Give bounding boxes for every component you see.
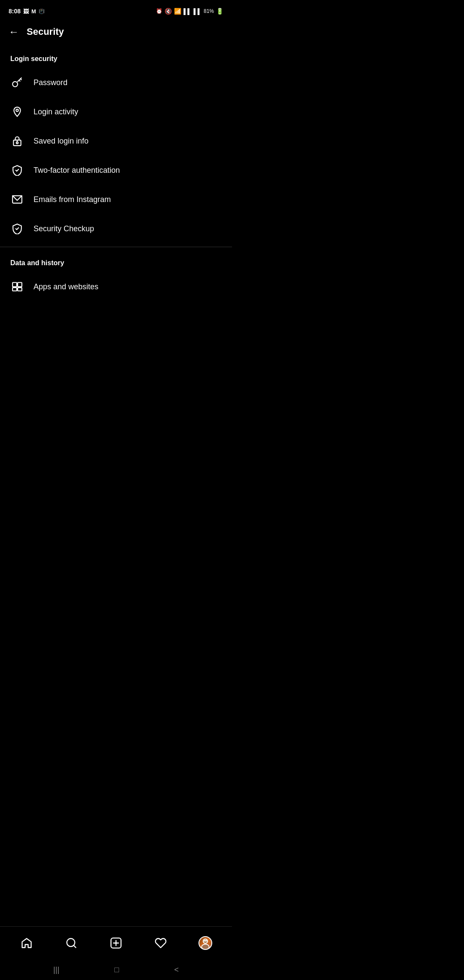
svg-rect-5	[12, 282, 17, 287]
emails-label: Emails from Instagram	[34, 195, 111, 204]
login-activity-label: Login activity	[34, 107, 78, 116]
svg-rect-8	[18, 288, 22, 291]
data-history-section: Data and history Apps and websites	[0, 251, 232, 301]
password-label: Password	[34, 78, 67, 87]
status-right: ⏰ 🔇 📶 ▌▌ ▌▌ 81% 🔋	[156, 8, 223, 15]
data-history-label: Data and history	[0, 251, 232, 272]
gallery-icon: 🖼	[23, 8, 29, 15]
envelope-icon	[10, 193, 24, 206]
saved-login-label: Saved login info	[34, 137, 89, 146]
page-title: Security	[27, 26, 64, 37]
saved-login-item[interactable]: Saved login info	[0, 126, 232, 156]
key-icon	[10, 76, 24, 89]
svg-rect-7	[12, 288, 17, 291]
location-pin-icon	[10, 105, 24, 119]
emails-item[interactable]: Emails from Instagram	[0, 185, 232, 214]
security-checkup-item[interactable]: Security Checkup	[0, 214, 232, 243]
svg-rect-6	[18, 282, 22, 287]
apps-icon	[10, 280, 24, 294]
login-security-section: Login security Password Login activity	[0, 46, 232, 243]
wifi-icon: 📶	[174, 8, 181, 15]
status-left: 8:08 🖼 M 📳	[9, 8, 45, 15]
signal-icon: ▌▌	[183, 8, 191, 15]
mute-icon: 🔇	[165, 8, 172, 15]
svg-point-0	[12, 82, 18, 87]
back-button[interactable]: ←	[9, 26, 19, 38]
apps-websites-label: Apps and websites	[34, 282, 98, 291]
signal2-icon: ▌▌	[194, 8, 201, 15]
password-item[interactable]: Password	[0, 68, 232, 97]
login-activity-item[interactable]: Login activity	[0, 97, 232, 126]
voicemail-icon: 📳	[39, 9, 45, 14]
battery-icon: 🔋	[216, 8, 223, 15]
alarm-icon: ⏰	[156, 8, 162, 14]
two-factor-item[interactable]: Two-factor authentication	[0, 156, 232, 185]
shield-check-icon	[10, 163, 24, 177]
battery-text: 81%	[204, 8, 214, 14]
apps-websites-item[interactable]: Apps and websites	[0, 272, 232, 301]
header: ← Security	[0, 21, 232, 46]
security-checkup-label: Security Checkup	[34, 224, 94, 233]
status-bar: 8:08 🖼 M 📳 ⏰ 🔇 📶 ▌▌ ▌▌ 81% 🔋	[0, 0, 232, 21]
two-factor-label: Two-factor authentication	[34, 166, 120, 175]
time: 8:08	[9, 8, 21, 15]
keyhole-icon	[10, 134, 24, 148]
shield-tick-icon	[10, 222, 24, 236]
gmail-icon: M	[31, 8, 36, 15]
login-security-label: Login security	[0, 46, 232, 68]
section-divider	[0, 247, 232, 247]
svg-point-1	[16, 109, 18, 111]
